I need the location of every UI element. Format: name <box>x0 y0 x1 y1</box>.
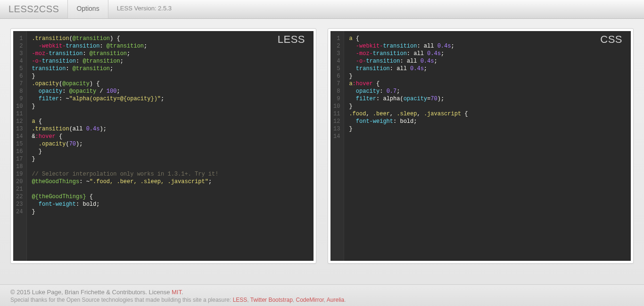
footer-thanks-text: Special thanks for the Open Source techn… <box>10 297 233 303</box>
footer-link-less[interactable]: LESS <box>233 297 248 303</box>
footer-link-codemirror[interactable]: CodeMirror <box>296 297 323 303</box>
topbar: LESS2CSS Options LESS Version: 2.5.3 <box>0 0 644 19</box>
css-label: CSS <box>600 36 622 43</box>
footer-copyright-text: © 2015 Luke Page, Brian Frichette & Cont… <box>10 289 172 296</box>
footer-link-aurelia[interactable]: Aurelia <box>327 297 344 303</box>
footer-thanks-period: . <box>344 297 346 303</box>
footer-copyright: © 2015 Luke Page, Brian Frichette & Cont… <box>10 289 634 296</box>
less-panel: 123456789101112131415161718192021222324 … <box>10 28 316 264</box>
footer-thanks: Special thanks for the Open Source techn… <box>10 297 634 303</box>
css-gutter: 1234567891011121314 <box>330 31 344 261</box>
footer-link-twitter-bootstrap[interactable]: Twitter Bootstrap <box>250 297 293 303</box>
footer: © 2015 Luke Page, Brian Frichette & Cont… <box>0 284 644 306</box>
brand: LESS2CSS <box>0 0 67 18</box>
css-code: a { -webkit-transition: all 0.4s; -moz-t… <box>344 31 472 261</box>
license-link[interactable]: MIT <box>172 289 182 296</box>
less-code[interactable]: .transition(@transition) { -webkit-trans… <box>27 31 223 261</box>
less-label: LESS <box>278 36 305 43</box>
less-editor[interactable]: 123456789101112131415161718192021222324 … <box>13 31 314 261</box>
css-editor[interactable]: 1234567891011121314 a { -webkit-transiti… <box>330 31 631 261</box>
version-label: LESS Version: 2.5.3 <box>108 0 180 18</box>
options-button[interactable]: Options <box>67 0 108 18</box>
less-gutter: 123456789101112131415161718192021222324 <box>13 31 27 261</box>
css-panel: 1234567891011121314 a { -webkit-transiti… <box>328 28 634 264</box>
panels: 123456789101112131415161718192021222324 … <box>0 19 644 273</box>
footer-period: . <box>182 289 183 296</box>
